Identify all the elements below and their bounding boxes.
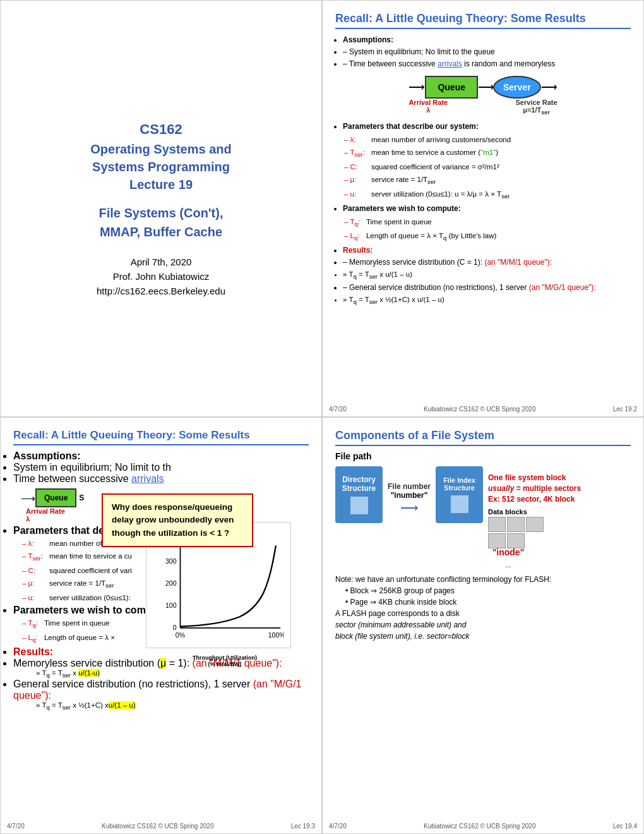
svg-text:0: 0 [173, 624, 177, 631]
slide4-footer: 4/7/20 Kubiatowicz CS162 © UCB Spring 20… [329, 823, 637, 830]
slide3-title: Recall: A Little Queuing Theory: Some Re… [13, 429, 309, 445]
svg-text:300: 300 [165, 557, 177, 565]
slide-1: CS162 Operating Systems and Systems Prog… [0, 0, 322, 417]
popup-box: Why does response/queueing delay grow un… [102, 493, 253, 547]
file-index-box: File Index Structure [436, 466, 483, 523]
queue-box: Queue [425, 76, 478, 99]
lecture-subtitle: File Systems (Con't), MMAP, Buffer Cache [98, 203, 223, 241]
chart-x-label: Throughput (Utilization)(% total BW) [165, 655, 284, 667]
lecture-date: April 7th, 2020 [131, 257, 192, 267]
svg-text:0%: 0% [176, 631, 186, 639]
slide4-title: Components of a File System [335, 429, 631, 446]
dir-struct-box: Directory Structure [335, 466, 383, 523]
slide-3: Recall: A Little Queuing Theory: Some Re… [0, 417, 322, 834]
slide2-footer: 4/7/20 Kubiatowicz CS162 © UCB Spring 20… [329, 406, 637, 413]
arrow-1: File number"inumber" ⟶ [388, 482, 431, 515]
slide3-footer: 4/7/20 Kubiatowicz CS162 © UCB Spring 20… [7, 823, 315, 830]
course-number: CS162 [140, 121, 182, 138]
svg-text:100: 100 [165, 601, 177, 609]
arrival-label: Arrival Rateλ [408, 99, 448, 116]
params-table: – λ:mean number of arriving customers/se… [343, 133, 517, 203]
course-url: http://cs162.eecs.Berkeley.edu [97, 286, 225, 296]
inode-label: "inode" [386, 547, 631, 557]
file-index-container: File Index Structure [436, 466, 483, 523]
professor-name: Prof. John Kubiatowicz [113, 271, 210, 282]
slide-4: Components of a File System File path Di… [322, 417, 644, 834]
file-path-label: File path [335, 451, 631, 461]
assumption-1: System in equilibrium; No limit to the q… [343, 46, 631, 58]
queue-diagram: ⟶ Queue ⟶ Server ⟶ Arrival Rateλ Serv [335, 76, 631, 116]
dir-struct-container: Directory Structure [335, 466, 383, 523]
server-box: Server [493, 76, 541, 99]
svg-text:200: 200 [165, 579, 177, 587]
slide3-assumptions: Assumptions: System in equilibrium; No l… [13, 450, 309, 485]
course-title: Operating Systems and Systems Programmin… [90, 140, 231, 193]
svg-text:100%: 100% [268, 631, 284, 639]
chart-svg: 0 100 200 300 0% 100% [165, 538, 284, 651]
assumptions-item: Assumptions: [343, 34, 631, 46]
compute-table: – Tq:Time spent in queue – Lq:Length of … [343, 215, 503, 245]
slide2-content: Assumptions: System in equilibrium; No l… [335, 34, 631, 71]
params-section: Parameters that describe our system: – λ… [335, 121, 631, 307]
assumption-2: Time between successive arrivals is rand… [343, 58, 631, 70]
arrow-2: One file system blockusually = multiple … [488, 473, 581, 548]
slide2-title: Recall: A Little Queuing Theory: Some Re… [335, 12, 631, 29]
service-label: Service Rateμ=1/Tser [516, 99, 558, 116]
data-blocks: Data blocks [488, 508, 544, 548]
slide4-notes: Note: we have an unfortunate conflicting… [335, 574, 631, 642]
fs-diagram: Directory Structure File number"inumber"… [335, 466, 631, 548]
queue-box-small: Queue [35, 488, 76, 507]
slide-2: Recall: A Little Queuing Theory: Some Re… [322, 0, 644, 417]
